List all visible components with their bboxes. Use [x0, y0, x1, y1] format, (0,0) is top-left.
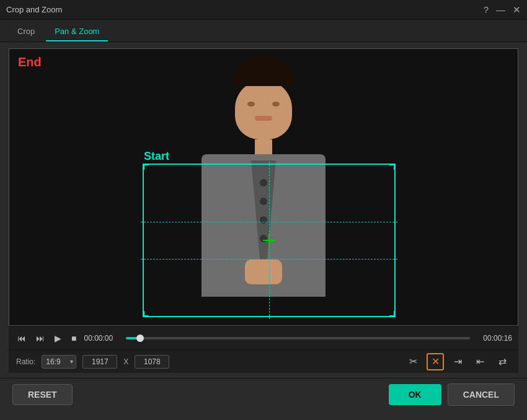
- corner-handle-tl[interactable]: [143, 164, 149, 170]
- close-button[interactable]: ✕: [513, 5, 521, 14]
- tab-crop[interactable]: Crop: [9, 22, 43, 42]
- controls-bar: Ratio: 16:9 4:3 1:1 Custom X ✂ ✕ ⇥ ⇤ ⇄: [9, 349, 518, 373]
- cancel-button[interactable]: CANCEL: [448, 383, 515, 406]
- title-bar: Crop and Zoom ? — ✕: [0, 0, 527, 20]
- main-content: End Start ⏮ ⏭ ▶ ■ 00:00:00 00:00:16: [0, 42, 527, 378]
- corner-handle-bl[interactable]: [143, 311, 149, 317]
- end-label: End: [18, 55, 42, 69]
- help-button[interactable]: ?: [484, 5, 489, 14]
- minimize-button[interactable]: —: [496, 5, 505, 14]
- swap-button[interactable]: ⇄: [494, 353, 511, 370]
- ratio-select[interactable]: 16:9 4:3 1:1 Custom: [42, 355, 76, 369]
- start-label: Start: [144, 150, 169, 163]
- scissors-button[interactable]: ✂: [404, 353, 422, 370]
- ok-button[interactable]: OK: [389, 384, 441, 405]
- ratio-label: Ratio:: [16, 357, 35, 366]
- step-back-button[interactable]: ⏮: [15, 333, 29, 344]
- progress-bar[interactable]: [126, 337, 470, 339]
- ratio-select-wrap[interactable]: 16:9 4:3 1:1 Custom: [42, 355, 76, 369]
- stop-button[interactable]: ■: [69, 333, 79, 344]
- arrow-end-button[interactable]: ⇥: [449, 353, 466, 370]
- crop-box[interactable]: Start: [143, 164, 396, 317]
- time-current: 00:00:00: [84, 334, 121, 343]
- expand-button[interactable]: ✕: [427, 353, 444, 370]
- corner-handle-br[interactable]: [389, 311, 396, 317]
- prev-frame-button[interactable]: ⏭: [33, 333, 47, 344]
- progress-thumb[interactable]: [136, 335, 144, 342]
- title-bar-controls: ? — ✕: [484, 5, 521, 14]
- control-icons: ✂ ✕ ⇥ ⇤ ⇄: [404, 353, 511, 370]
- playback-bar: ⏮ ⏭ ▶ ■ 00:00:00 00:00:16: [9, 326, 518, 349]
- time-end: 00:00:16: [475, 334, 512, 343]
- corner-handle-tr[interactable]: [389, 164, 396, 170]
- play-button[interactable]: ▶: [52, 333, 64, 344]
- center-crosshair: [263, 234, 275, 247]
- window-title: Crop and Zoom: [6, 5, 62, 14]
- action-bar: RESET OK CANCEL: [0, 378, 527, 410]
- x-separator: X: [123, 357, 128, 366]
- arrow-start-button[interactable]: ⇤: [471, 353, 489, 370]
- video-canvas[interactable]: End Start: [9, 48, 518, 326]
- tab-pan-zoom[interactable]: Pan & Zoom: [46, 22, 108, 42]
- width-input[interactable]: [82, 355, 117, 369]
- height-input[interactable]: [135, 355, 169, 369]
- tab-bar: Crop Pan & Zoom: [0, 20, 527, 42]
- reset-button[interactable]: RESET: [12, 384, 73, 405]
